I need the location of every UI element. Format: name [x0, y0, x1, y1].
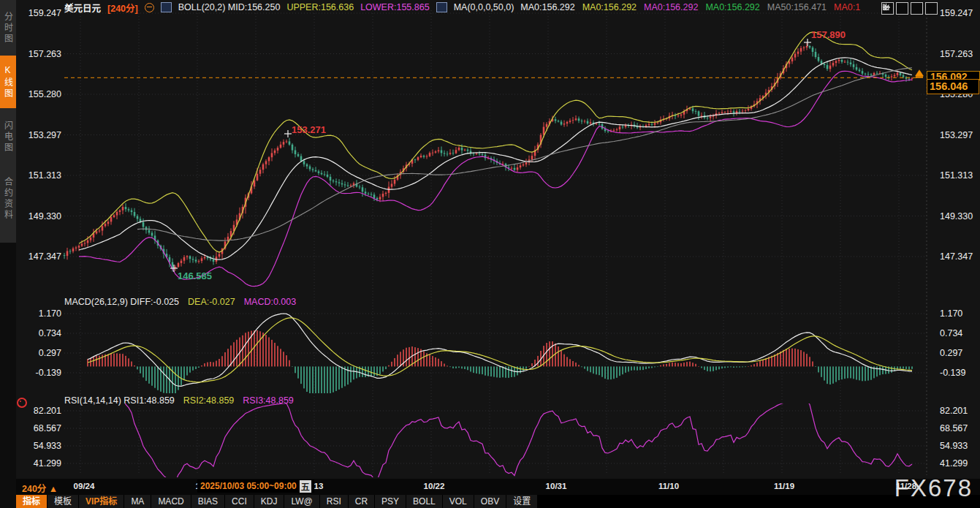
indicator-toolbar: 指标模板VIP指标MAMACDBIASCCIKDJLW@RSICRPSYBOLL…	[16, 495, 980, 508]
price-axis-label: 147.347	[940, 251, 980, 262]
macd-axis-label: 1.170	[940, 308, 980, 319]
sidebar-tab-1[interactable]: 分时图	[0, 3, 16, 53]
period-tag[interactable]: [240分]	[107, 1, 138, 15]
date-tick-label: 10/31	[534, 482, 578, 490]
rsi-axis-label: 54.933	[19, 441, 61, 451]
toolbar-item-10[interactable]: RSI	[320, 495, 348, 508]
toolbar-item-14[interactable]: VOL	[443, 495, 474, 508]
boll-upper-value: UPPER:156.636	[286, 2, 354, 12]
toolbar-item-6[interactable]: BIAS	[191, 495, 224, 508]
toolbar-item-5[interactable]: MACD	[151, 495, 190, 508]
price-annotation-1: 157.890	[811, 29, 846, 40]
rsi-title: RSI(14,14,14) RSI1:48.859	[64, 395, 175, 406]
macd-axis-label: 0.734	[19, 328, 61, 338]
sidebar-tab-2[interactable]: K线图	[0, 56, 16, 108]
exit-icon[interactable]	[925, 2, 938, 15]
price-axis-label: 149.330	[940, 211, 980, 221]
time-axis: 240分 ▲ 09/2410/0310/1310/2210/3111/1011/…	[0, 479, 980, 495]
ma-value-5: MA50:156.471	[767, 2, 827, 12]
rsi-axis-label: 82.201	[940, 406, 980, 416]
ma50-line	[137, 68, 912, 240]
timeframe-selector[interactable]: 240分 ▲	[22, 481, 58, 495]
toolbar-item-4[interactable]: MA	[124, 495, 151, 508]
sidebar-tab-4[interactable]: 合约资料	[0, 165, 16, 232]
date-tick-label: 09/24	[62, 482, 106, 490]
scale-right-icon[interactable]	[911, 2, 923, 15]
boll-label: BOLL(20,2) MID:156.250	[178, 2, 281, 12]
toolbar-item-3[interactable]: VIP指标	[79, 495, 124, 508]
macd-title: MACD(26,12,9) DIFF:-0.025	[64, 297, 179, 307]
toolbar-item-12[interactable]: PSY	[375, 495, 406, 508]
chart-canvas	[0, 0, 980, 508]
toolbar-item-16[interactable]: 设置	[506, 495, 537, 508]
ma-value-4: MA0:156.292	[705, 2, 759, 12]
ma-values: MA0:156.292MA0:156.292MA0:156.292MA0:156…	[520, 2, 860, 12]
rsi-axis-label: 68.567	[19, 423, 61, 433]
trading-terminal: 分时图K线图闪电图合约资料 美元日元 [240分] BOLL(20,2) MID…	[0, 0, 980, 508]
left-sidebar: 分时图K线图闪电图合约资料	[0, 0, 16, 508]
macd-axis-label: 1.170	[19, 308, 61, 319]
link-icon[interactable]	[145, 3, 154, 12]
price-axis-label: 153.297	[940, 130, 980, 140]
toolbar-item-1[interactable]: 指标	[16, 495, 47, 508]
toolbar-item-8[interactable]: KDJ	[254, 495, 284, 508]
ma-label: MA(0,0,0,50,0)	[454, 2, 514, 12]
macd-macd-value: MACD:0.003	[244, 297, 297, 307]
macd-header: MACD(26,12,9) DIFF:-0.025 DEA:-0.027 MAC…	[64, 297, 296, 307]
crosshair-date-tooltip: 2025/10/03 05:00~09:00 五	[197, 479, 314, 493]
boll-lower-value: LOWER:155.865	[360, 2, 430, 12]
price-axis-label: 147.347	[19, 251, 61, 262]
ma-value-1: MA0:156.292	[520, 2, 574, 12]
boll-indicator-icon[interactable]	[161, 2, 172, 12]
rsi-settings-icon[interactable]	[17, 398, 27, 408]
ma-value-6: MA0:1	[834, 2, 860, 12]
rsi-axis-label: 41.299	[19, 458, 61, 469]
chart-header: 美元日元 [240分] BOLL(20,2) MID:156.250 UPPER…	[64, 1, 860, 13]
ma-indicator-icon[interactable]	[436, 2, 447, 12]
last-price-marker	[915, 69, 924, 76]
price-axis-label: 159.247	[19, 8, 61, 18]
price-axis-label: 151.313	[940, 170, 980, 181]
price-axis-label: 159.247	[940, 8, 980, 18]
price-axis-label: 155.280	[19, 89, 61, 99]
toolbar-item-15[interactable]: OBV	[474, 495, 506, 508]
weekday-badge: 五	[300, 480, 311, 493]
rsi2-value: RSI2:48.859	[183, 395, 235, 406]
price-axis-label: 157.263	[940, 49, 980, 59]
toolbar-item-9[interactable]: LW@	[284, 495, 319, 508]
rsi-axis-label: 82.201	[19, 406, 61, 416]
macd-axis-label: -0.139	[19, 368, 61, 378]
sidebar-tab-3[interactable]: 闪电图	[0, 111, 16, 162]
rsi-axis-label: 68.567	[940, 423, 980, 433]
macd-axis-label: -0.139	[940, 368, 980, 378]
date-tick-label: 10/22	[412, 482, 456, 490]
boll-mid-line	[79, 58, 912, 259]
date-tick-label: 11/19	[762, 482, 806, 490]
macd-axis-label: 0.734	[940, 328, 980, 338]
price-annotation-3: 146.585	[178, 270, 212, 281]
scale-left-icon[interactable]	[896, 2, 908, 15]
ma-value-3: MA0:156.292	[644, 2, 698, 12]
price-annotation-2: 153.271	[292, 124, 326, 135]
rsi-axis-label: 41.299	[940, 458, 980, 469]
macd-axis-label: 0.297	[19, 348, 61, 358]
rsi-line	[105, 397, 912, 484]
toolbar-item-11[interactable]: CR	[349, 495, 374, 508]
macd-dea-value: DEA:-0.027	[188, 297, 235, 307]
watermark-logo: FX678	[894, 474, 973, 502]
price-axis-label: 157.263	[19, 49, 61, 59]
toolbar-item-2[interactable]: 模板	[48, 495, 78, 508]
price-box-last: 156.046	[927, 79, 979, 94]
ma-value-2: MA0:156.292	[582, 2, 637, 12]
rsi-header: RSI(14,14,14) RSI1:48.859 RSI2:48.859 RS…	[64, 395, 294, 406]
boll-lower-line	[79, 71, 912, 286]
macd-series	[87, 314, 913, 396]
price-axis-label: 153.297	[19, 130, 61, 140]
price-axis-label: 149.330	[19, 211, 61, 221]
date-tick-label: 11/10	[647, 482, 691, 490]
macd-axis-label: 0.297	[940, 348, 980, 358]
toolbar-item-13[interactable]: BOLL	[406, 495, 442, 508]
toolbar-item-7[interactable]: CCI	[225, 495, 254, 508]
rsi3-value: RSI3:48.859	[243, 395, 294, 406]
price-axis-label: 151.313	[19, 170, 61, 181]
